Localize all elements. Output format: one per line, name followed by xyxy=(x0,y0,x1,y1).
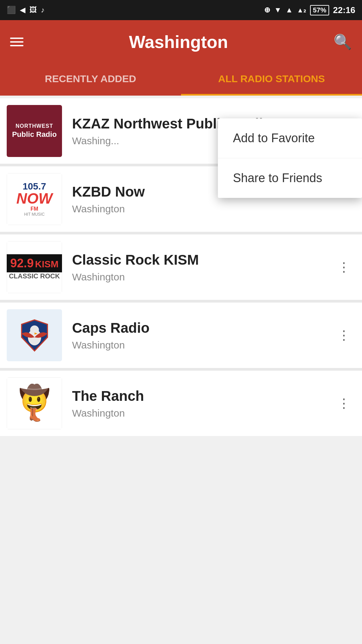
status-icons: ⬛ ◀ 🖼 ♪ xyxy=(7,6,45,14)
status-bar: ⬛ ◀ 🖼 ♪ ⊕ ▼ ▲ ▲₂ 57% 22:16 xyxy=(0,0,362,20)
share-to-friends-button[interactable]: Share to Friends xyxy=(218,158,362,198)
station-location-kism: Washington xyxy=(72,271,355,283)
caps-logo xyxy=(7,309,62,361)
tab-all-radio-stations[interactable]: ALL RADIO STATIONS xyxy=(181,64,362,96)
add-to-favorite-button[interactable]: Add to Favorite xyxy=(218,118,362,158)
status-right: ⊕ ▼ ▲ ▲₂ 57% 22:16 xyxy=(264,5,355,15)
tab-recently-added[interactable]: RECENTLY ADDED xyxy=(0,64,181,96)
signal2-icon: ▲₂ xyxy=(297,6,306,14)
context-menu: Add to Favorite Share to Friends xyxy=(218,118,362,198)
station-location-caps: Washington xyxy=(72,339,355,351)
station-location-kzbd: Washington xyxy=(72,203,355,215)
station-name-caps: Caps Radio xyxy=(72,320,355,336)
page-title: Washington xyxy=(129,32,228,52)
station-logo-kzaz: NORTHWEST Public Radio xyxy=(7,105,62,157)
station-card-caps[interactable]: Caps Radio Washington ⋮ xyxy=(0,303,362,368)
more-button-caps[interactable]: ⋮ xyxy=(334,325,354,346)
now-logo: 105.7 NOW FM HIT MUSIC xyxy=(7,173,62,225)
northwest-logo: NORTHWEST Public Radio xyxy=(7,105,62,157)
battery-display: 57% xyxy=(310,5,329,15)
notification-icon: ⬛ xyxy=(7,6,16,14)
kism-logo: 92.9 KISM CLASSIC ROCK xyxy=(7,241,62,293)
station-logo-caps xyxy=(7,309,62,361)
back-icon: ◀ xyxy=(20,6,25,14)
station-card-ranch[interactable]: 🤠 👢 The Ranch Washington ⋮ xyxy=(0,371,362,436)
station-location-ranch: Washington xyxy=(72,408,355,419)
menu-button[interactable] xyxy=(10,38,23,46)
station-logo-ranch: 🤠 👢 xyxy=(7,377,62,429)
station-info-ranch: The Ranch Washington xyxy=(72,388,355,419)
image-icon: 🖼 xyxy=(29,6,37,14)
add-icon: ⊕ xyxy=(264,6,270,14)
station-info-caps: Caps Radio Washington xyxy=(72,320,355,351)
station-logo-kzbd: 105.7 NOW FM HIT MUSIC xyxy=(7,173,62,225)
station-card-kzaz[interactable]: NORTHWEST Public Radio KZAZ Northwest Pu… xyxy=(0,98,362,164)
stations-list: NORTHWEST Public Radio KZAZ Northwest Pu… xyxy=(0,98,362,436)
signal-icon: ▲ xyxy=(286,6,293,14)
search-button[interactable]: 🔍 xyxy=(334,33,352,51)
ranch-logo: 🤠 👢 xyxy=(7,377,62,429)
app-header: Washington 🔍 xyxy=(0,20,362,64)
wifi-icon: ▼ xyxy=(274,6,282,14)
more-button-kism[interactable]: ⋮ xyxy=(334,257,354,278)
music-icon: ♪ xyxy=(41,6,45,14)
tab-bar: RECENTLY ADDED ALL RADIO STATIONS xyxy=(0,64,362,96)
time-display: 22:16 xyxy=(333,5,356,15)
station-name-ranch: The Ranch xyxy=(72,388,355,405)
station-logo-kism: 92.9 KISM CLASSIC ROCK xyxy=(7,241,62,293)
caps-shield-svg xyxy=(16,317,53,354)
station-name-kism: Classic Rock KISM xyxy=(72,252,355,268)
station-card-kism[interactable]: 92.9 KISM CLASSIC ROCK Classic Rock KISM… xyxy=(0,234,362,300)
more-button-ranch[interactable]: ⋮ xyxy=(334,393,354,414)
station-info-kism: Classic Rock KISM Washington xyxy=(72,252,355,282)
